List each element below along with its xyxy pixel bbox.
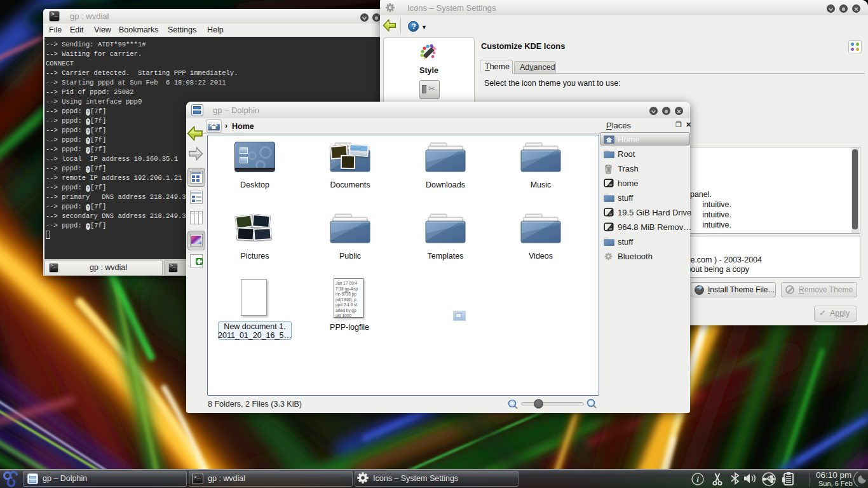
svg-text:i: i [696, 475, 699, 484]
